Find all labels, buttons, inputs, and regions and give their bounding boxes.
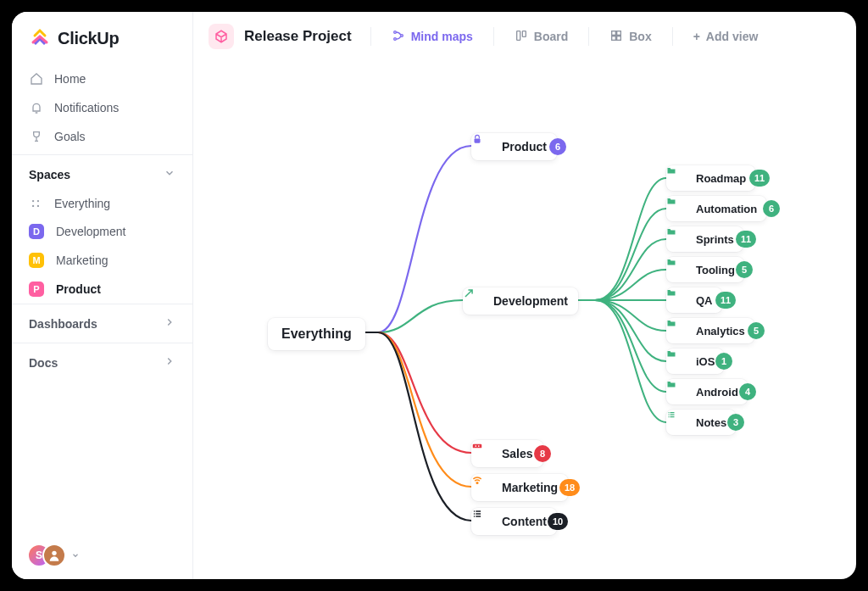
nav-notifications[interactable]: Notifications <box>17 93 187 122</box>
svg-point-2 <box>32 205 34 207</box>
add-view-button[interactable]: + Add view <box>692 26 760 47</box>
mindmap-canvas[interactable]: Everything Product 6 Development Sales 8 <box>193 61 856 579</box>
sidebar-item-everything[interactable]: Everything <box>12 190 192 217</box>
mindmap-subnode[interactable]: Tooling <box>666 257 744 282</box>
mindmap-subnode[interactable]: Automation <box>666 196 766 221</box>
mindmap-subnode[interactable]: QA <box>666 287 722 313</box>
node-label: Everything <box>281 326 352 342</box>
spaces-header[interactable]: Spaces <box>12 155 192 190</box>
space-avatar: P <box>29 282 44 297</box>
svg-rect-15 <box>473 444 482 449</box>
mindmap-node-marketing[interactable]: Marketing <box>471 474 568 501</box>
lock-icon <box>481 140 495 153</box>
mindmap-subnode[interactable]: Notes <box>666 410 736 435</box>
spaces-section: Spaces Everything D Development M Market… <box>12 154 192 304</box>
chevron-down-icon <box>164 167 175 181</box>
node-label: Sales <box>502 447 533 460</box>
node-label: QA <box>696 294 713 307</box>
count-badge: 6 <box>549 138 566 155</box>
primary-nav: Home Notifications Goals <box>12 61 192 154</box>
tab-box[interactable]: Box <box>608 25 653 48</box>
trophy-icon <box>29 129 44 144</box>
folder-icon <box>676 293 689 307</box>
count-badge: 6 <box>763 200 780 217</box>
mindmap-node-root[interactable]: Everything <box>268 318 365 350</box>
bell-icon <box>29 100 44 115</box>
node-label: Marketing <box>502 481 558 494</box>
node-label: Automation <box>696 203 757 215</box>
board-icon <box>515 29 528 45</box>
wifi-icon <box>481 481 495 494</box>
svg-point-4 <box>52 551 56 555</box>
nav-home[interactable]: Home <box>17 64 187 93</box>
count-badge: 18 <box>559 479 580 496</box>
sidebar-item-label: Everything <box>54 197 110 210</box>
count-badge: 11 <box>715 292 736 309</box>
folder-icon <box>676 385 689 399</box>
svg-point-1 <box>37 200 39 202</box>
folder-icon <box>676 324 689 337</box>
ticket-icon <box>481 447 495 460</box>
svg-point-3 <box>37 205 39 207</box>
tab-label: Box <box>629 30 651 43</box>
chevron-right-icon <box>164 355 175 370</box>
view-tabs: Mind maps Board Box + Add view <box>370 25 760 48</box>
mindmap-node-development[interactable]: Development <box>463 287 578 315</box>
sidebar-item-product[interactable]: P Product <box>12 275 192 304</box>
node-label: Notes <box>696 416 726 429</box>
tab-board[interactable]: Board <box>513 25 570 48</box>
logo[interactable]: ClickUp <box>12 12 192 61</box>
tab-label: Board <box>534 30 568 43</box>
mindmap-node-product[interactable]: Product <box>471 133 557 160</box>
grid-dots-icon <box>29 197 42 210</box>
sidebar-item-marketing[interactable]: M Marketing <box>12 246 192 275</box>
svg-point-18 <box>476 482 478 484</box>
spaces-label: Spaces <box>29 168 70 181</box>
sidebar-dashboards[interactable]: Dashboards <box>12 304 192 343</box>
nav-goals[interactable]: Goals <box>17 122 187 151</box>
node-label: Development <box>493 294 568 308</box>
svg-point-16 <box>475 445 476 447</box>
count-badge: 1 <box>715 353 732 370</box>
svg-rect-12 <box>612 36 616 40</box>
mindmap-node-content[interactable]: Content <box>471 508 557 535</box>
clickup-logo-icon <box>29 27 51 49</box>
mindmap-subnode[interactable]: Analytics <box>666 318 754 343</box>
plus-icon: + <box>693 30 700 43</box>
svg-point-5 <box>393 31 396 33</box>
count-badge: 3 <box>727 414 744 431</box>
svg-point-17 <box>478 445 480 447</box>
sidebar-item-label: Development <box>56 225 126 238</box>
sidebar-item-label: Product <box>56 282 101 296</box>
mindmap-subnode[interactable]: Android <box>666 379 748 404</box>
tab-mindmaps[interactable]: Mind maps <box>390 25 475 48</box>
nav-label: Home <box>54 72 86 86</box>
mindmap-icon <box>392 29 405 45</box>
user-avatars[interactable]: S <box>12 532 192 579</box>
node-label: Tooling <box>696 264 735 276</box>
nav-label: Goals <box>54 130 86 143</box>
sidebar-item-development[interactable]: D Development <box>12 217 192 246</box>
list-icon <box>676 415 689 429</box>
svg-point-6 <box>393 37 396 40</box>
project-icon <box>209 24 234 49</box>
node-label: Roadmap <box>696 172 746 185</box>
chevron-right-icon <box>164 316 175 331</box>
folder-icon <box>676 263 689 276</box>
count-badge: 11 <box>736 231 756 248</box>
count-badge: 11 <box>749 170 770 187</box>
main-area: Release Project Mind maps Board Box <box>193 12 856 579</box>
folder-icon <box>676 354 689 368</box>
svg-point-0 <box>32 200 34 202</box>
nav-label: Notifications <box>54 101 119 114</box>
mindmap-node-sales[interactable]: Sales <box>471 440 543 467</box>
mindmap-subnode[interactable]: Roadmap <box>666 165 755 191</box>
list-icon <box>481 515 495 528</box>
sidebar-item-label: Marketing <box>56 254 108 267</box>
svg-rect-10 <box>612 31 616 35</box>
toolbar: Release Project Mind maps Board Box <box>193 12 856 61</box>
node-label: iOS <box>696 355 715 368</box>
sidebar-docs[interactable]: Docs <box>12 343 192 382</box>
mindmap-subnode[interactable]: Sprints <box>666 226 743 252</box>
svg-rect-14 <box>475 138 481 142</box>
